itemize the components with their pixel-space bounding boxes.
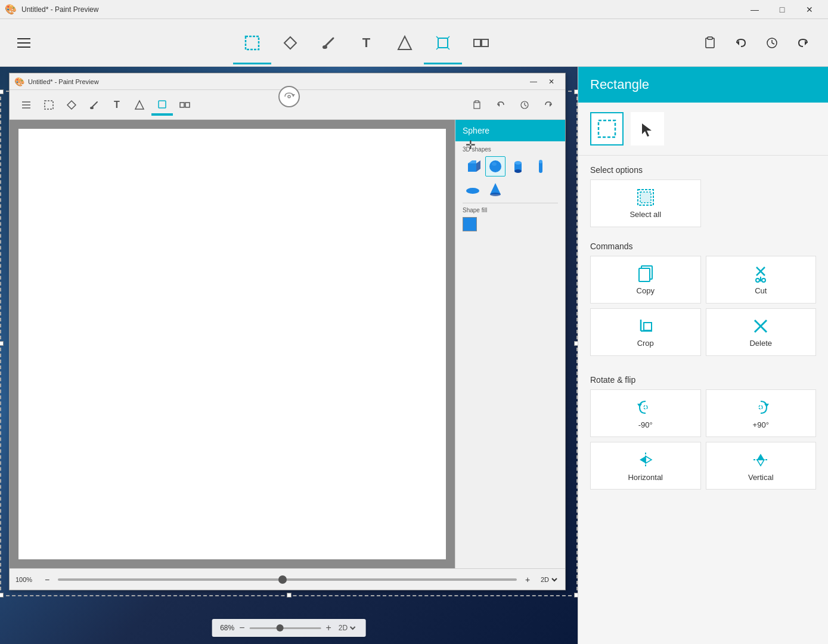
handle-left-center[interactable] (0, 341, 4, 346)
undo-button[interactable] (728, 30, 754, 56)
handle-bottom-right[interactable] (574, 593, 578, 597)
flip-horizontal-icon (636, 450, 655, 469)
maximize-button[interactable]: □ (768, 0, 796, 19)
preview-minimize[interactable]: — (525, 75, 542, 89)
svg-marker-39 (476, 160, 480, 172)
preview-tool-brush[interactable] (83, 94, 105, 116)
preview-tools: T (15, 94, 196, 116)
outer-zoom-track[interactable] (250, 627, 321, 629)
fill-section-label: Shape fill (463, 207, 558, 213)
shape-cylinder-btn[interactable] (508, 156, 528, 177)
toolbar-actions (697, 30, 816, 56)
commands-grid: Copy Cut Crop (578, 256, 828, 366)
preview-tool-select-rect[interactable] (38, 94, 60, 116)
tool-view[interactable] (462, 21, 500, 64)
right-panel: Rectangle Select options (578, 67, 828, 644)
outer-zoom-plus[interactable]: + (326, 623, 331, 633)
preview-history-btn[interactable] (514, 94, 535, 116)
rotate-neg90-label: -90° (638, 420, 653, 429)
tool-select-free[interactable] (271, 21, 309, 64)
shape-cone-btn[interactable] (485, 179, 506, 199)
preview-tool-select-free[interactable] (61, 94, 82, 116)
shape-sphere-btn[interactable] (485, 156, 506, 177)
sphere-panel: Sphere 3D shapes (455, 120, 565, 568)
handle-bottom-center[interactable] (287, 593, 291, 597)
panel-tools-row (578, 103, 828, 156)
copy-button[interactable]: Copy (590, 256, 701, 304)
clipboard-button[interactable] (697, 30, 723, 56)
handle-bottom-left[interactable] (0, 593, 4, 597)
svg-rect-27 (159, 101, 166, 108)
handle-top-right[interactable] (574, 89, 578, 94)
shape-cube-btn[interactable] (463, 156, 483, 177)
shapes-section: 3D shapes (455, 141, 565, 238)
shape-ellipse-btn[interactable] (463, 179, 483, 199)
sphere-panel-title: Sphere (463, 126, 489, 135)
cylinder-icon (510, 159, 526, 174)
rotate-neg90-button[interactable]: -90° (590, 389, 701, 437)
shape-capsule-btn[interactable] (531, 156, 551, 177)
preview-window: 🎨 Untitled* - Paint Preview — ✕ (9, 73, 566, 590)
cut-button[interactable]: Cut (706, 256, 817, 304)
preview-window-controls: — ✕ (525, 75, 560, 89)
clipboard-icon (703, 36, 717, 50)
svg-marker-69 (640, 456, 646, 463)
preview-close[interactable]: ✕ (542, 75, 560, 89)
view-icon (473, 35, 489, 51)
window-controls: — □ ✕ (741, 0, 823, 19)
preview-zoom-slider[interactable] (58, 578, 517, 581)
svg-line-7 (448, 48, 449, 49)
close-button[interactable]: ✕ (796, 0, 823, 19)
svg-rect-10 (482, 39, 488, 47)
flip-horizontal-label: Horizontal (628, 473, 663, 482)
redo-icon (796, 36, 810, 49)
svg-line-16 (772, 43, 774, 44)
text-icon: T (362, 35, 370, 51)
preview-zoom-value: 100% (15, 576, 36, 583)
menu-button[interactable] (12, 31, 36, 55)
preview-tool-3d[interactable] (151, 94, 173, 116)
tool-text[interactable]: T (348, 21, 386, 64)
flip-horizontal-button[interactable]: Horizontal (590, 442, 701, 490)
preview-tool-2d[interactable] (129, 94, 150, 116)
fill-color-swatch[interactable] (463, 217, 477, 231)
menu-line (17, 42, 30, 44)
panel-cursor-btn[interactable] (631, 112, 664, 145)
handle-right-center[interactable] (574, 341, 578, 346)
preview-dimension-select[interactable]: 2D 3D (538, 575, 559, 584)
tool-3d-shapes[interactable] (424, 21, 462, 64)
cube-icon (465, 159, 480, 174)
move-cursor-icon: ✛ (466, 138, 476, 152)
rotation-handle[interactable] (278, 86, 300, 107)
panel-select-rect-btn[interactable] (590, 112, 624, 145)
outer-dimension-select[interactable]: 2D 3D (336, 623, 358, 633)
minimize-button[interactable]: — (741, 0, 768, 19)
preview-zoom-plus[interactable]: + (522, 574, 534, 586)
preview-redo-btn[interactable] (538, 94, 559, 116)
svg-rect-51 (598, 120, 615, 137)
preview-history-icon (520, 100, 529, 110)
preview-undo-btn[interactable] (490, 94, 511, 116)
preview-menu-btn[interactable] (15, 94, 37, 116)
select-all-button[interactable]: Select all (590, 179, 701, 227)
preview-redo-icon (544, 100, 553, 110)
delete-button[interactable]: Delete (706, 308, 817, 356)
tool-select-rect[interactable] (233, 21, 271, 64)
preview-clipboard-btn[interactable] (466, 94, 488, 116)
rotate-pos90-button[interactable]: +90° (706, 389, 817, 437)
preview-view-icon (179, 100, 190, 110)
tool-brush[interactable] (309, 21, 348, 64)
preview-tool-view[interactable] (174, 94, 196, 116)
history-button[interactable] (759, 30, 785, 56)
handle-top-left[interactable] (0, 89, 4, 94)
flip-vertical-button[interactable]: Vertical (706, 442, 817, 490)
preview-zoom-minus[interactable]: − (41, 574, 53, 586)
svg-rect-30 (474, 102, 480, 109)
redo-button[interactable] (790, 30, 816, 56)
tool-2d-shapes[interactable] (386, 21, 424, 64)
outer-zoom-minus[interactable]: − (239, 623, 244, 633)
preview-zoom-thumb (278, 575, 287, 584)
cursor-icon (640, 121, 655, 137)
crop-button[interactable]: Crop (590, 308, 701, 356)
preview-tool-text[interactable]: T (106, 94, 128, 116)
